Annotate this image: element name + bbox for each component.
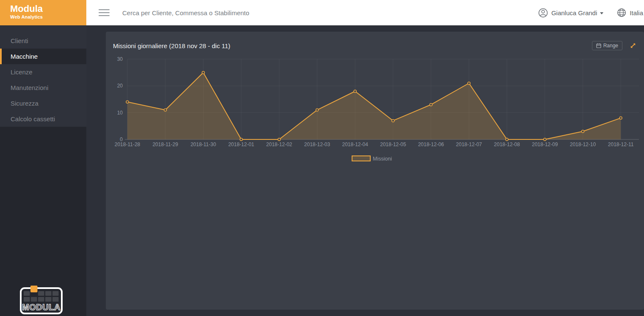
range-button-label: Range bbox=[603, 43, 618, 49]
x-tick-label: 2018-11-29 bbox=[152, 142, 178, 147]
panel-header: Missioni giornaliere (2018 nov 28 - dic … bbox=[106, 32, 644, 53]
x-tick-label: 2018-12-08 bbox=[494, 142, 520, 147]
user-name: Gianluca Grandi bbox=[551, 9, 597, 16]
search-input[interactable] bbox=[121, 9, 538, 17]
panel-actions: Range bbox=[592, 41, 636, 50]
y-tick-label: 10 bbox=[117, 110, 123, 116]
calendar-icon bbox=[596, 43, 601, 48]
panel-title: Missioni giornaliere (2018 nov 28 - dic … bbox=[113, 42, 230, 49]
logo-wordmark: MODULA bbox=[22, 302, 61, 312]
language-label: Italia bbox=[630, 9, 643, 16]
data-point-2018-11-28[interactable] bbox=[126, 101, 129, 103]
legend-missioni[interactable]: Missioni bbox=[352, 156, 392, 162]
legend-label: Missioni bbox=[373, 156, 392, 162]
sidebar-item-calcolo-cassetti[interactable]: Calcolo cassetti bbox=[0, 111, 86, 127]
x-tick-label: 2018-12-11 bbox=[608, 142, 634, 147]
language-menu[interactable]: Italia bbox=[617, 8, 643, 17]
modula-logo: MODULA bbox=[19, 284, 63, 315]
main-content: Missioni giornaliere (2018 nov 28 - dic … bbox=[86, 25, 644, 316]
chart-container: 01020302018-11-282018-11-292018-11-30201… bbox=[106, 53, 644, 165]
data-point-2018-12-09[interactable] bbox=[544, 138, 546, 141]
x-tick-label: 2018-12-06 bbox=[418, 142, 444, 147]
sidebar-item-licenze[interactable]: Licenze bbox=[0, 64, 86, 80]
app-root: Modula Web Analytics Gianluca Grandi bbox=[0, 0, 644, 316]
data-point-2018-12-11[interactable] bbox=[619, 117, 622, 119]
user-menu[interactable]: Gianluca Grandi bbox=[538, 8, 603, 18]
sidebar-item-manutenzioni[interactable]: Manutenzioni bbox=[0, 80, 86, 95]
fullscreen-expand-icon[interactable] bbox=[630, 42, 636, 49]
sidebar-nav: ClientiMacchineLicenzeManutenzioniSicure… bbox=[0, 25, 86, 127]
brand-name: Modula bbox=[10, 4, 86, 14]
logo-orange-tray bbox=[30, 286, 38, 292]
data-point-2018-12-01[interactable] bbox=[240, 138, 242, 141]
x-tick-label: 2018-12-02 bbox=[266, 142, 292, 147]
x-tick-label: 2018-12-07 bbox=[456, 142, 482, 147]
x-tick-label: 2018-12-10 bbox=[570, 142, 596, 147]
sidebar-item-clienti[interactable]: Clienti bbox=[0, 33, 86, 49]
missions-chart: 01020302018-11-282018-11-292018-11-30201… bbox=[106, 53, 644, 165]
x-tick-label: 2018-12-04 bbox=[342, 142, 369, 147]
data-point-2018-11-29[interactable] bbox=[164, 109, 167, 111]
data-point-2018-11-30[interactable] bbox=[202, 71, 204, 74]
brand-logo: Modula Web Analytics bbox=[0, 0, 86, 25]
data-point-2018-12-07[interactable] bbox=[468, 82, 470, 84]
x-tick-label: 2018-12-01 bbox=[228, 142, 254, 147]
chevron-down-icon bbox=[600, 12, 603, 14]
data-point-2018-12-08[interactable] bbox=[506, 138, 508, 141]
user-icon bbox=[538, 8, 548, 18]
missions-panel: Missioni giornaliere (2018 nov 28 - dic … bbox=[106, 32, 644, 310]
y-tick-label: 20 bbox=[117, 83, 123, 89]
range-button[interactable]: Range bbox=[592, 41, 622, 50]
brand-subtitle: Web Analytics bbox=[10, 14, 86, 19]
legend-swatch bbox=[352, 156, 370, 161]
data-point-2018-12-02[interactable] bbox=[278, 138, 281, 141]
menu-toggle-icon[interactable] bbox=[99, 7, 110, 18]
x-tick-label: 2018-12-03 bbox=[304, 142, 330, 147]
data-point-2018-12-10[interactable] bbox=[581, 130, 584, 133]
x-tick-label: 2018-12-09 bbox=[532, 142, 558, 147]
globe-icon bbox=[617, 8, 626, 17]
sidebar-item-macchine[interactable]: Macchine bbox=[0, 49, 86, 64]
x-tick-label: 2018-12-05 bbox=[380, 142, 406, 147]
x-tick-label: 2018-11-28 bbox=[115, 142, 140, 147]
data-point-2018-12-05[interactable] bbox=[392, 120, 394, 122]
x-tick-label: 2018-11-30 bbox=[190, 142, 216, 147]
data-point-2018-12-03[interactable] bbox=[316, 109, 319, 111]
topbar: Modula Web Analytics Gianluca Grandi bbox=[0, 0, 644, 25]
y-tick-label: 30 bbox=[117, 56, 123, 62]
data-point-2018-12-06[interactable] bbox=[430, 104, 432, 106]
data-point-2018-12-04[interactable] bbox=[354, 90, 356, 93]
sidebar-item-sicurezza[interactable]: Sicurezza bbox=[0, 95, 86, 111]
sidebar: ClientiMacchineLicenzeManutenzioniSicure… bbox=[0, 25, 86, 316]
